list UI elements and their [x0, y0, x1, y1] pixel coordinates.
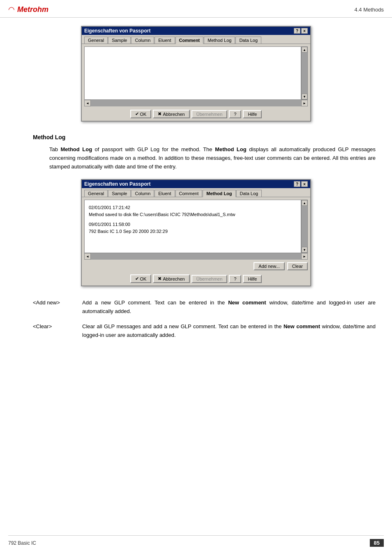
body-bold-1: Method Log: [61, 146, 92, 152]
tab-column-1[interactable]: Column: [131, 37, 154, 44]
log-message-1: Method saved to disk file C:\users\Basic…: [89, 211, 297, 218]
dialog2-apply-btn[interactable]: Übernehmen: [191, 275, 228, 283]
checkmark-icon: ✔: [135, 111, 139, 117]
dialog1-titlebar: Eigenschaften von Passport ? ×: [82, 27, 310, 35]
dialog2-vscrollbar[interactable]: ▲ ▼: [301, 200, 308, 253]
dialog1-body: [84, 46, 301, 100]
dialog2-cancel-btn[interactable]: ✖ Abbrechen: [153, 274, 189, 283]
body-bold-2: Method Log: [215, 146, 247, 152]
tab-comment-2[interactable]: Comment: [175, 190, 203, 197]
tab-sample-1[interactable]: Sample: [108, 37, 131, 44]
dialog1-footer: ✔ OK ✖ Abbrechen Übernehmen ? Hilfe: [82, 107, 310, 121]
dialog1-scroll-track: [302, 53, 307, 94]
section-body-text: Tab Method Log of passport with GLP Log …: [16, 145, 376, 171]
tab-datalog-2[interactable]: Data Log: [236, 190, 262, 197]
dialog2-wrapper: Eigenschaften von Passport ? × General S…: [16, 179, 376, 286]
dialog2-question-btn[interactable]: ?: [229, 275, 241, 283]
add-new-btn[interactable]: Add new...: [254, 262, 284, 270]
checkmark-icon-2: ✔: [135, 276, 139, 281]
dialog2-titlebar: Eigenschaften von Passport ? ×: [82, 180, 310, 188]
x-icon-2: ✖: [158, 276, 161, 281]
tab-comment-1[interactable]: Comment: [175, 37, 204, 44]
log-timestamp-1: 02/01/2001 17:21:42: [89, 204, 297, 211]
tab-eluent-2[interactable]: Eluent: [154, 190, 175, 197]
dialog2-hscroll-track: [91, 253, 301, 260]
dialog1-hscroll-left[interactable]: ◄: [84, 100, 91, 106]
page-number: 85: [370, 539, 384, 547]
dialog2-help-btn[interactable]: ?: [294, 181, 300, 187]
dialog2-scroll-track: [302, 206, 307, 247]
tab-sample-2[interactable]: Sample: [108, 190, 131, 197]
footer-product: 792 Basic IC: [8, 540, 36, 546]
tab-eluent-1[interactable]: Eluent: [154, 37, 175, 44]
dialog2-action-row: Add new... Clear: [82, 260, 310, 272]
section-heading: Method Log: [33, 134, 376, 140]
header-section-label: 4.4 Methods: [354, 7, 384, 13]
dialog1-ok-btn[interactable]: ✔ OK: [130, 110, 152, 118]
dialog1-help-btn-footer[interactable]: Hilfe: [243, 110, 262, 118]
tab-general-1[interactable]: General: [84, 37, 108, 44]
dialog1-title: Eigenschaften von Passport: [84, 28, 150, 34]
dialog1-help-btn[interactable]: ?: [294, 28, 300, 34]
logo-icon: ◠: [8, 5, 15, 14]
desc-def-add-new: Add a new GLP comment. Text can be enter…: [82, 299, 376, 316]
dialog2-scroll-down[interactable]: ▼: [302, 247, 307, 253]
desc-item-clear: <Clear> Clear all GLP messages and add a…: [33, 322, 376, 340]
dialog1-titlebar-buttons: ? ×: [294, 28, 308, 34]
dialog2-hscroll-left[interactable]: ◄: [84, 253, 91, 260]
dialog2-titlebar-buttons: ? ×: [294, 181, 308, 187]
dialog2-body-area: 02/01/2001 17:21:42 Method saved to disk…: [84, 200, 308, 253]
dialog1-apply-btn[interactable]: Übernehmen: [191, 110, 228, 118]
dialog1-hscroll-track: [91, 100, 301, 106]
dialog2-close-btn[interactable]: ×: [301, 181, 308, 187]
log-entry-2: 09/01/2001 11:58:00 792 Basic IC 1.0 Sep…: [89, 221, 297, 235]
page-footer: 792 Basic IC 85: [8, 535, 384, 547]
dialog1-vscrollbar[interactable]: ▲ ▼: [301, 46, 308, 100]
dialog1-body-area: ▲ ▼: [84, 46, 308, 100]
dialog2-footer: ✔ OK ✖ Abbrechen Übernehmen ? Hilfe: [82, 272, 310, 286]
tab-methodlog-2[interactable]: Method Log: [203, 190, 235, 197]
dialog2-body: 02/01/2001 17:21:42 Method saved to disk…: [84, 200, 301, 253]
body-text-2: of passport with GLP Log for the method.…: [92, 146, 215, 152]
dialog2-hscroll-right[interactable]: ►: [301, 253, 308, 260]
dialog1-cancel-btn[interactable]: ✖ Abbrechen: [153, 110, 189, 118]
log-timestamp-2: 09/01/2001 11:58:00: [89, 221, 297, 228]
clear-btn[interactable]: Clear: [287, 262, 308, 270]
logo-text: Metrohm: [17, 5, 48, 14]
dialog2-hscroll-row: ◄ ►: [84, 253, 308, 260]
dialog2-scroll-up[interactable]: ▲: [302, 200, 307, 206]
log-message-2: 792 Basic IC 1.0 Sep 20 2000 20:32:29: [89, 228, 297, 235]
tab-column-2[interactable]: Column: [131, 190, 154, 197]
tab-methodlog-1[interactable]: Method Log: [204, 37, 235, 44]
logo-area: ◠ Metrohm: [8, 5, 48, 14]
tab-general-2[interactable]: General: [84, 190, 108, 197]
log-content: 02/01/2001 17:21:42 Method saved to disk…: [87, 203, 298, 240]
desc-term-clear: <Clear>: [33, 322, 74, 329]
dialog1-close-btn[interactable]: ×: [301, 28, 308, 34]
dialog1-tabs: General Sample Column Eluent Comment Met…: [82, 35, 310, 44]
dialog2-title: Eigenschaften von Passport: [84, 181, 150, 187]
desc-term-add-new: <Add new>: [33, 299, 74, 306]
description-list: <Add new> Add a new GLP comment. Text ca…: [16, 299, 376, 339]
dialog2-help-btn-footer[interactable]: Hilfe: [243, 275, 262, 283]
dialog1-scroll-up[interactable]: ▲: [302, 47, 307, 53]
body-text-1: Tab: [49, 146, 61, 152]
method-log-section: Method Log: [16, 134, 376, 140]
x-icon-1: ✖: [158, 111, 161, 117]
dialog1-question-btn[interactable]: ?: [229, 110, 241, 118]
dialog2-tabs: General Sample Column Eluent Comment Met…: [82, 188, 310, 197]
dialog2-ok-btn[interactable]: ✔ OK: [130, 274, 152, 283]
dialog1-hscroll-row: ◄ ►: [84, 100, 308, 106]
desc-item-add-new: <Add new> Add a new GLP comment. Text ca…: [33, 299, 376, 316]
tab-datalog-1[interactable]: Data Log: [235, 37, 261, 44]
dialog1-wrapper: Eigenschaften von Passport ? × General S…: [16, 26, 376, 122]
log-entry-1: 02/01/2001 17:21:42 Method saved to disk…: [89, 204, 297, 218]
page-header: ◠ Metrohm 4.4 Methods: [0, 0, 392, 18]
page-content: Eigenschaften von Passport ? × General S…: [0, 18, 392, 355]
dialog1-hscroll-right[interactable]: ►: [301, 100, 308, 106]
dialog1-scroll-down[interactable]: ▼: [302, 94, 307, 99]
desc-def-clear: Clear all GLP messages and add a new GLP…: [82, 322, 376, 340]
dialog1: Eigenschaften von Passport ? × General S…: [81, 26, 311, 122]
dialog2: Eigenschaften von Passport ? × General S…: [81, 179, 311, 286]
